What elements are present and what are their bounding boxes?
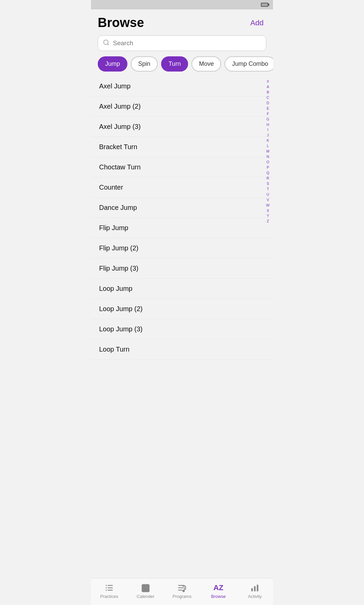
nav-item-practices[interactable]: Practices	[91, 583, 127, 599]
nav-item-activity[interactable]: Activity	[237, 583, 273, 599]
filters-row: JumpSpinTurnMoveJump ComboSpin Combo	[91, 55, 273, 76]
search-box	[98, 35, 266, 51]
alpha-letter-H[interactable]: H	[265, 122, 271, 128]
list-icon	[104, 583, 114, 593]
alpha-letter-L[interactable]: L	[266, 143, 270, 149]
list-item[interactable]: Counter	[91, 177, 273, 198]
list-item[interactable]: Axel Jump (2)	[91, 97, 273, 117]
filter-chip-jump[interactable]: Jump	[98, 56, 127, 72]
list-item[interactable]: Flip Jump	[91, 218, 273, 238]
svg-rect-3	[108, 585, 113, 586]
alpha-letter-N[interactable]: N	[265, 154, 271, 160]
alpha-letter-X[interactable]: X	[265, 208, 270, 214]
search-input[interactable]	[113, 39, 261, 47]
svg-rect-8	[142, 585, 149, 592]
alpha-letter-T[interactable]: T	[265, 187, 270, 192]
alpha-letter-R[interactable]: R	[265, 176, 271, 181]
alpha-letter-C[interactable]: C	[265, 95, 271, 101]
list-item[interactable]: Loop Jump	[91, 279, 273, 299]
alphabet-index: #ABCDEFGHIJKLMNOPQRSTUVWXYZ	[265, 76, 271, 224]
filter-chip-move[interactable]: Move	[191, 56, 221, 72]
az-icon: AZ	[213, 584, 223, 592]
svg-rect-4	[106, 587, 107, 588]
list-item[interactable]: Axel Jump (3)	[91, 117, 273, 137]
alpha-letter-W[interactable]: W	[265, 203, 271, 208]
filter-chip-turn[interactable]: Turn	[161, 56, 188, 72]
list-item[interactable]: Loop Jump (3)	[91, 319, 273, 339]
svg-rect-2	[106, 585, 107, 586]
nav-label-activity: Activity	[248, 594, 262, 599]
svg-rect-7	[108, 590, 113, 590]
filter-chip-spin[interactable]: Spin	[131, 56, 158, 72]
alpha-letter-S[interactable]: S	[265, 181, 270, 187]
alpha-letter-I[interactable]: I	[266, 127, 270, 133]
alpha-letter-V[interactable]: V	[265, 197, 270, 203]
svg-rect-17	[257, 585, 259, 592]
battery-icon	[261, 3, 268, 7]
nav-item-calendar[interactable]: Calender	[127, 583, 164, 599]
add-button[interactable]: Add	[248, 17, 266, 29]
alpha-letter-Y[interactable]: Y	[265, 213, 270, 219]
svg-rect-16	[254, 586, 256, 591]
alpha-letter-A[interactable]: A	[265, 84, 270, 90]
alpha-letter-E[interactable]: E	[265, 106, 270, 111]
list-item[interactable]: Loop Turn	[91, 339, 273, 360]
header: Browse Add	[91, 9, 273, 33]
alpha-letter-U[interactable]: U	[265, 192, 271, 197]
alpha-letter-G[interactable]: G	[265, 117, 271, 122]
search-icon	[103, 39, 110, 47]
svg-rect-6	[106, 590, 107, 590]
alpha-letter-Q[interactable]: Q	[265, 170, 271, 176]
nav-label-practices: Practices	[100, 594, 118, 599]
alpha-letter-D[interactable]: D	[265, 101, 271, 106]
alpha-letter-O[interactable]: O	[265, 160, 271, 165]
alpha-letter-M[interactable]: M	[265, 149, 271, 154]
alpha-letter-B[interactable]: B	[265, 90, 270, 95]
bottom-nav: PracticesCalenderProgramsAZBrowseActivit…	[91, 578, 273, 605]
nav-item-browse[interactable]: AZBrowse	[200, 583, 237, 599]
list-item[interactable]: Flip Jump (3)	[91, 258, 273, 279]
list-item[interactable]: Flip Jump (2)	[91, 238, 273, 258]
alpha-letter-#[interactable]: #	[266, 79, 270, 84]
status-bar	[91, 0, 273, 9]
music-list-icon	[177, 583, 187, 593]
nav-label-calendar: Calender	[137, 594, 155, 599]
alpha-letter-Z[interactable]: Z	[265, 219, 270, 224]
page-title: Browse	[98, 16, 144, 30]
az-icon: AZ	[214, 583, 223, 593]
calendar-icon	[141, 583, 150, 593]
nav-label-browse: Browse	[211, 594, 225, 599]
svg-rect-15	[251, 588, 253, 591]
svg-rect-5	[108, 587, 113, 588]
bar-chart-icon	[250, 583, 260, 593]
nav-label-programs: Programs	[173, 594, 191, 599]
list-item[interactable]: Choctaw Turn	[91, 157, 273, 177]
alpha-letter-P[interactable]: P	[265, 165, 270, 170]
list-item[interactable]: Bracket Turn	[91, 137, 273, 157]
svg-line-1	[108, 44, 109, 45]
filter-chip-jump-combo[interactable]: Jump Combo	[224, 56, 273, 72]
nav-item-programs[interactable]: Programs	[164, 583, 200, 599]
alpha-letter-F[interactable]: F	[265, 111, 270, 117]
search-container	[91, 33, 273, 55]
list-container[interactable]: Axel JumpAxel Jump (2)Axel Jump (3)Brack…	[91, 76, 273, 578]
list-item[interactable]: Axel Jump	[91, 76, 273, 97]
alpha-letter-J[interactable]: J	[266, 133, 270, 138]
alpha-letter-K[interactable]: K	[265, 138, 270, 143]
list-item[interactable]: Loop Jump (2)	[91, 299, 273, 319]
list-item[interactable]: Dance Jump	[91, 198, 273, 218]
